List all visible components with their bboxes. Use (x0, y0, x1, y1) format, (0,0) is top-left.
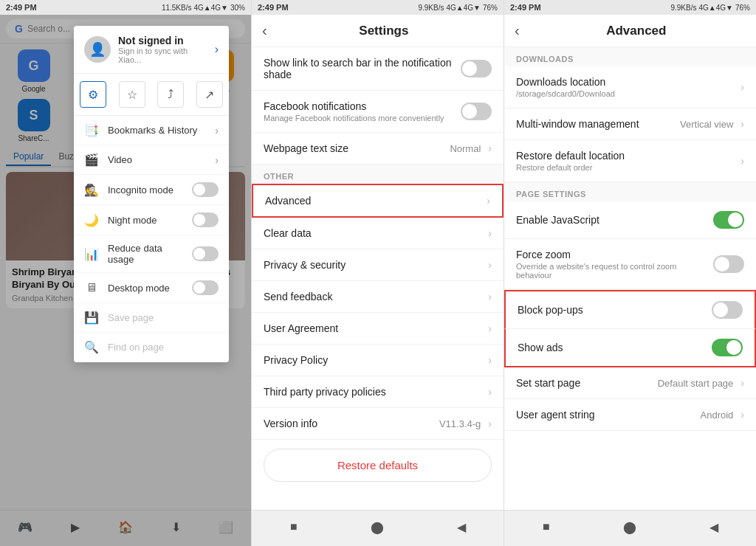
speed-1: 11.5KB/s (162, 4, 192, 12)
menu-incognito[interactable]: 🕵 Incognito mode (74, 175, 229, 205)
settings-back-icon[interactable]: ‹ (262, 22, 267, 39)
findonpage-label: Find on page (108, 342, 219, 353)
settings-third-party[interactable]: Third party privacy policies › (252, 376, 504, 408)
advanced-chevron-icon: › (487, 195, 490, 207)
dropdown-header[interactable]: 👤 Not signed in Sign in to sync with Xia… (74, 26, 229, 74)
menu-desktop[interactable]: 🖥 Desktop mode (74, 273, 229, 303)
speed-2: 9.9KB/s (418, 4, 444, 12)
advanced-user-agent[interactable]: User agent string Android › (504, 399, 756, 431)
force-zoom-toggle[interactable] (713, 255, 744, 273)
fb-notifications-title: Facebook notifications (264, 100, 453, 112)
incognito-toggle[interactable] (192, 182, 219, 197)
section-page-settings: PAGE SETTINGS (504, 182, 756, 201)
video-label: Video (108, 154, 206, 165)
star-toolbar-icon[interactable]: ☆ (119, 81, 145, 108)
menu-bookmarks[interactable]: 📑 Bookmarks & History › (74, 116, 229, 145)
nightmode-toggle[interactable] (192, 212, 219, 227)
show-ads-toggle[interactable] (712, 339, 743, 356)
video-chevron-icon: › (215, 154, 219, 166)
advanced-restore-location[interactable]: Restore default location Restore default… (504, 140, 756, 182)
settings-fb-notifications[interactable]: Facebook notifications Manage Facebook n… (252, 91, 504, 133)
nav2-square[interactable]: ■ (284, 516, 304, 537)
advanced-show-ads[interactable]: Show ads (504, 329, 756, 367)
settings-version[interactable]: Version info V11.3.4-g › (252, 408, 504, 440)
advanced-force-zoom[interactable]: Force zoom Override a website's request … (504, 239, 756, 290)
datausage-toggle[interactable] (192, 246, 219, 261)
menu-video[interactable]: 🎬 Video › (74, 145, 229, 175)
restore-defaults-button[interactable]: Restore defaults (264, 449, 492, 482)
settings-clear-data[interactable]: Clear data › (252, 218, 504, 249)
status-bar-2: 2:49 PM 9.9KB/s 4G▲4G▼ 76% (252, 0, 504, 15)
nav3-back[interactable]: ◀ (704, 516, 724, 537)
advanced-javascript[interactable]: Enable JavaScript (504, 201, 756, 239)
battery-3: 76% (735, 4, 750, 12)
settings-feedback[interactable]: Send feedback › (252, 281, 504, 313)
advanced-block-popups[interactable]: Block pop-ups (504, 290, 756, 329)
javascript-toggle[interactable] (713, 211, 744, 229)
battery-1: 30% (230, 4, 245, 12)
start-page-chevron-icon: › (740, 377, 744, 389)
privacy-policy-chevron-icon: › (488, 354, 492, 366)
privacy-title: Privacy & security (264, 259, 481, 271)
user-agent-title: User agent string (516, 409, 693, 421)
bookmark-toolbar-icon[interactable]: ↗ (196, 81, 223, 108)
advanced-panel: 2:49 PM 9.9KB/s 4G▲4G▼ 76% ‹ Advanced DO… (504, 0, 756, 546)
status-icons-2: 9.9KB/s 4G▲4G▼ 76% (418, 4, 498, 12)
block-popups-toggle[interactable] (712, 301, 743, 319)
nightmode-label: Night mode (108, 215, 183, 226)
advanced-multiwindow[interactable]: Multi-window management Vertical view › (504, 108, 756, 140)
datausage-label: Reduce data usage (108, 243, 183, 265)
advanced-title: Advanced (265, 195, 479, 207)
third-party-title: Third party privacy policies (264, 386, 481, 398)
settings-show-link[interactable]: Show link to search bar in the notificat… (252, 47, 504, 91)
version-value: V11.3.4-g (439, 418, 481, 429)
user-agent-chevron-icon: › (740, 409, 744, 421)
section-other: OTHER (252, 165, 504, 184)
downloads-location-title: Downloads location (516, 76, 733, 88)
settings-toolbar-icon[interactable]: ⚙ (80, 81, 106, 108)
show-ads-title: Show ads (518, 342, 704, 353)
advanced-start-page[interactable]: Set start page Default start page › (504, 367, 756, 399)
feedback-chevron-icon: › (488, 291, 492, 303)
signal-3: 4G▲4G▼ (699, 4, 733, 12)
restore-location-chevron-icon: › (740, 155, 744, 167)
settings-privacy-policy[interactable]: Privacy Policy › (252, 345, 504, 376)
sign-in-sub: Sign in to sync with Xiao... (118, 46, 207, 64)
not-signed-in-label: Not signed in (118, 35, 207, 46)
settings-privacy[interactable]: Privacy & security › (252, 249, 504, 281)
restore-location-sub: Restore default order (516, 163, 733, 172)
menu-nightmode[interactable]: 🌙 Night mode (74, 205, 229, 235)
menu-findonpage: 🔍 Find on page (74, 333, 229, 362)
nav3-circle[interactable]: ⬤ (619, 516, 640, 537)
section-downloads: DOWNLOADS (504, 47, 756, 66)
nav2-circle[interactable]: ⬤ (367, 516, 388, 537)
force-zoom-sub: Override a website's request to control … (516, 262, 706, 280)
bookmarks-label: Bookmarks & History (108, 125, 206, 136)
user-agent-value: Android (701, 410, 734, 421)
share-toolbar-icon[interactable]: ⤴ (157, 81, 184, 108)
multiwindow-title: Multi-window management (516, 118, 673, 130)
fb-notifications-sub: Manage Facebook notifications more conve… (264, 114, 453, 122)
status-icons-1: 11.5KB/s 4G▲4G▼ 30% (162, 4, 245, 12)
desktop-toggle[interactable] (192, 280, 219, 295)
incognito-icon: 🕵 (84, 183, 99, 197)
status-bar-1: 2:49 PM 11.5KB/s 4G▲4G▼ 30% (0, 0, 251, 15)
dropdown-header-text: Not signed in Sign in to sync with Xiao.… (118, 35, 207, 64)
advanced-back-icon[interactable]: ‹ (515, 22, 520, 39)
incognito-label: Incognito mode (108, 184, 183, 196)
menu-datausage[interactable]: 📊 Reduce data usage (74, 235, 229, 273)
advanced-downloads-location[interactable]: Downloads location /storage/sdcard0/Down… (504, 66, 756, 108)
settings-text-size[interactable]: Webpage text size Normal › (252, 133, 504, 165)
fb-notifications-toggle[interactable] (461, 103, 492, 120)
show-link-toggle[interactable] (461, 60, 492, 77)
settings-panel: 2:49 PM 9.9KB/s 4G▲4G▼ 76% ‹ Settings Sh… (251, 0, 504, 546)
settings-user-agreement[interactable]: User Agreement › (252, 313, 504, 345)
browser-panel: 2:49 PM 11.5KB/s 4G▲4G▼ 30% G Search o..… (0, 0, 251, 546)
video-menu-icon: 🎬 (84, 153, 99, 167)
settings-advanced[interactable]: Advanced › (252, 184, 504, 218)
time-2: 2:49 PM (258, 3, 289, 12)
battery-2: 76% (483, 4, 498, 12)
avatar: 👤 (84, 36, 111, 63)
nav3-square[interactable]: ■ (536, 516, 557, 537)
nav2-back[interactable]: ◀ (451, 516, 472, 537)
